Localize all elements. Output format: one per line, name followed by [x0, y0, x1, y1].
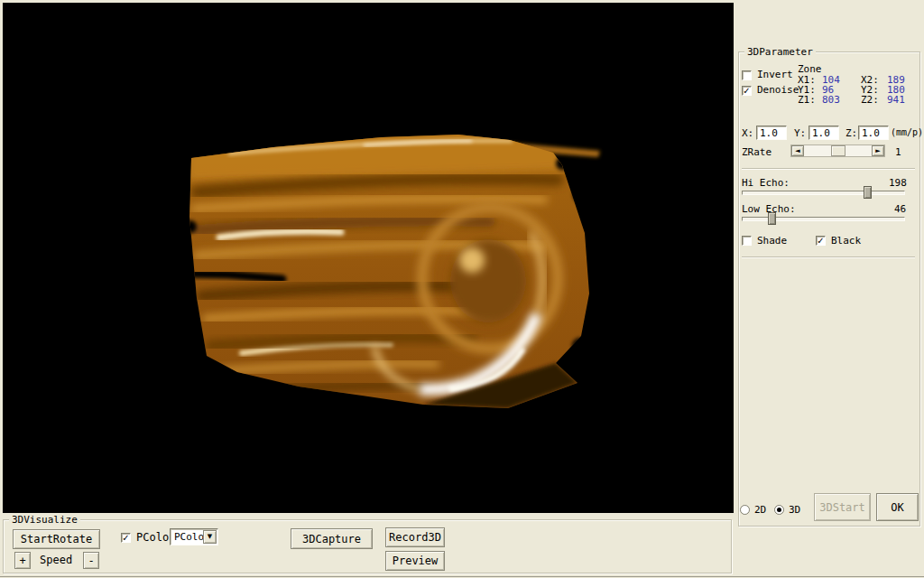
- mode-2d-radio[interactable]: [740, 505, 750, 515]
- app-window: 3DParameter Invert ✓ Denoise Zone X1: 10…: [0, 0, 924, 578]
- start-rotate-button[interactable]: StartRotate: [13, 529, 100, 549]
- capture3d-button[interactable]: 3DCapture: [291, 528, 373, 549]
- ok-button[interactable]: OK: [876, 493, 919, 521]
- divider: [742, 168, 915, 170]
- pcolor-dropdown-button[interactable]: ▼: [203, 530, 217, 544]
- low-echo-slider[interactable]: [742, 217, 905, 221]
- visualize-group-title: 3DVisualize: [9, 514, 80, 526]
- zrate-left-arrow[interactable]: ◄: [791, 145, 804, 156]
- zone-z2-value: 941: [887, 95, 905, 106]
- parameter-groupbox: 3DParameter: [738, 51, 920, 527]
- window-bottom-edge: [0, 576, 924, 577]
- scale-unit-label: (mm/p): [891, 127, 923, 138]
- invert-label: Invert: [757, 70, 793, 80]
- zrate-value: 1: [895, 147, 901, 158]
- zone-z1-label: Z1:: [798, 95, 816, 106]
- hi-echo-thumb[interactable]: [864, 186, 872, 199]
- chevron-down-icon: ▼: [208, 533, 212, 540]
- scale-x-label: X:: [742, 128, 753, 139]
- hi-echo-label: Hi Echo:: [742, 178, 790, 189]
- pcolor-dropdown[interactable]: PColor ▼: [170, 528, 218, 545]
- zone-z1-value: 803: [822, 95, 840, 106]
- scale-z-label: Z:: [845, 128, 857, 139]
- scale-x-input[interactable]: [756, 126, 787, 140]
- scale-y-input[interactable]: [808, 126, 839, 140]
- mode-2d-label: 2D: [754, 505, 766, 516]
- volume-render: [3, 3, 734, 513]
- shade-checkbox[interactable]: [742, 236, 752, 246]
- scale-z-input[interactable]: [858, 126, 889, 140]
- render-viewport[interactable]: [3, 3, 734, 513]
- black-checkbox[interactable]: ✓: [816, 236, 826, 246]
- parameter-group-title: 3DParameter: [744, 46, 816, 58]
- speed-label: Speed: [40, 555, 72, 565]
- invert-checkbox[interactable]: [742, 70, 752, 80]
- divider: [742, 256, 915, 258]
- preview-button[interactable]: Preview: [385, 551, 445, 571]
- hi-echo-slider[interactable]: [742, 191, 905, 195]
- check-icon: ✓: [122, 533, 129, 543]
- scale-y-label: Y:: [794, 128, 806, 139]
- speed-plus-button[interactable]: +: [14, 552, 31, 569]
- denoise-checkbox[interactable]: ✓: [742, 86, 752, 96]
- mode-3d-label: 3D: [789, 505, 800, 516]
- hi-echo-value: 198: [889, 178, 907, 189]
- record3d-button[interactable]: Record3D: [385, 527, 445, 547]
- speed-minus-button[interactable]: -: [83, 552, 99, 569]
- zone-z2-label: Z2:: [861, 95, 879, 106]
- black-label: Black: [831, 236, 861, 247]
- denoise-label: Denoise: [757, 85, 799, 96]
- zrate-thumb[interactable]: [831, 145, 845, 156]
- low-echo-thumb[interactable]: [768, 212, 776, 225]
- low-echo-value: 46: [894, 204, 906, 215]
- zrate-right-arrow[interactable]: ►: [872, 145, 884, 156]
- zrate-label: ZRate: [742, 147, 772, 158]
- mode-3d-radio[interactable]: [774, 505, 784, 515]
- check-icon: ✓: [743, 86, 750, 96]
- zrate-scrollbar[interactable]: ◄ ►: [790, 144, 885, 157]
- arrow-left-icon: ◄: [795, 147, 799, 154]
- arrow-right-icon: ►: [875, 147, 880, 154]
- check-icon: ✓: [817, 236, 824, 246]
- shade-label: Shade: [757, 236, 787, 247]
- pcolor-checkbox[interactable]: ✓: [121, 533, 131, 543]
- start3d-button[interactable]: 3DStart: [814, 493, 871, 521]
